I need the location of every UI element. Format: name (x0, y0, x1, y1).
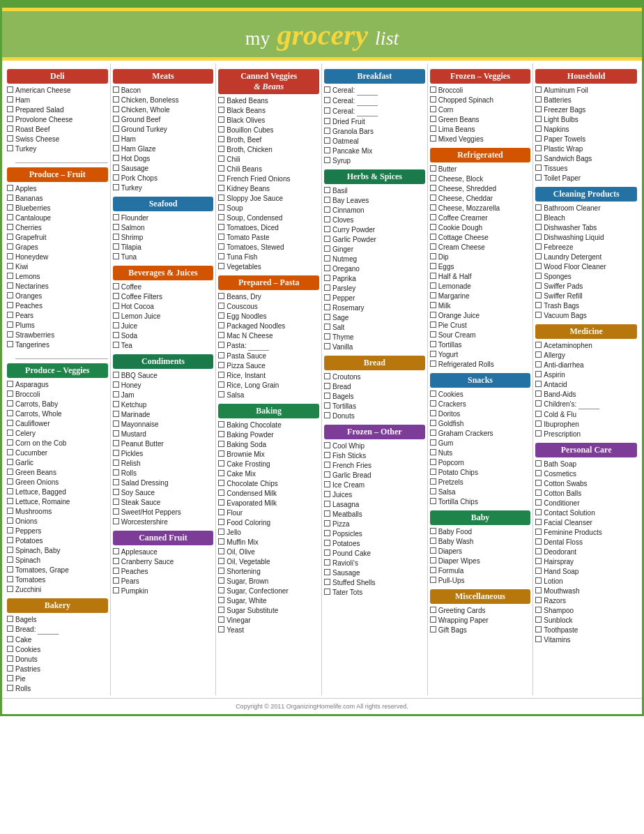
checkbox[interactable] (113, 86, 119, 93)
list-item[interactable]: Zucchini (7, 585, 108, 594)
checkbox[interactable] (113, 106, 119, 112)
checkbox[interactable] (324, 579, 330, 585)
list-item[interactable]: Jello (218, 528, 319, 537)
list-item[interactable]: Green Beans (7, 468, 108, 477)
checkbox[interactable] (535, 214, 542, 220)
list-item[interactable]: Pickles (113, 449, 214, 458)
checkbox[interactable] (535, 420, 542, 427)
list-item[interactable]: Half & Half (430, 272, 531, 281)
list-item[interactable]: Popcorn (430, 458, 531, 467)
checkbox[interactable] (113, 283, 119, 289)
list-item[interactable]: Cheese, Mozzarella (430, 204, 531, 213)
checkbox[interactable] (113, 165, 119, 171)
list-item[interactable]: Sweet/Hot Peppers (113, 508, 214, 517)
checkbox[interactable] (218, 332, 224, 338)
checkbox[interactable] (430, 273, 436, 279)
checkbox[interactable] (430, 96, 436, 103)
list-item[interactable]: Flounder (113, 213, 214, 222)
list-item[interactable]: Wrapping Paper (430, 616, 531, 625)
list-item[interactable]: Salt (324, 323, 425, 332)
list-item[interactable]: Shrimp (113, 233, 214, 242)
list-item[interactable]: American Cheese (7, 86, 108, 95)
list-item[interactable]: Nutmeg (324, 255, 425, 264)
list-item[interactable]: Refrigerated Rolls (430, 360, 531, 369)
list-item[interactable]: Granola Bars (324, 127, 425, 136)
checkbox[interactable] (7, 675, 13, 681)
list-item[interactable]: Doritos (430, 409, 531, 418)
list-item[interactable]: Diapers (430, 547, 531, 556)
list-item[interactable]: Sage (324, 313, 425, 322)
list-item[interactable]: Oil, Olive (218, 547, 319, 556)
checkbox[interactable] (218, 293, 224, 299)
checkbox[interactable] (218, 529, 224, 535)
list-item[interactable]: Peaches (113, 567, 214, 576)
checkbox[interactable] (324, 265, 330, 271)
checkbox[interactable] (535, 253, 542, 259)
checkbox[interactable] (218, 224, 224, 230)
list-item[interactable]: Tomatoes, Stewed (218, 243, 319, 252)
checkbox[interactable] (535, 302, 542, 308)
checkbox[interactable] (324, 471, 330, 478)
checkbox[interactable] (218, 214, 224, 220)
checkbox[interactable] (535, 273, 542, 279)
list-item[interactable]: Popsicles (324, 529, 425, 538)
list-item[interactable]: Cream Cheese (430, 243, 531, 252)
checkbox[interactable] (7, 185, 13, 191)
list-item[interactable]: Yeast (218, 626, 319, 635)
list-item[interactable]: Swiffer Pads (535, 282, 637, 291)
checkbox[interactable] (113, 155, 119, 161)
checkbox[interactable] (430, 577, 436, 583)
checkbox[interactable] (7, 234, 13, 240)
checkbox[interactable] (535, 243, 542, 250)
checkbox[interactable] (430, 498, 436, 504)
list-item[interactable]: Cookies (7, 645, 108, 654)
checkbox[interactable] (218, 548, 224, 554)
list-item[interactable]: Eggs (430, 262, 531, 271)
checkbox[interactable] (7, 312, 13, 318)
list-item[interactable]: Turkey (7, 144, 108, 153)
checkbox[interactable] (113, 312, 119, 319)
checkbox[interactable] (218, 342, 224, 348)
list-item[interactable]: Facial Cleanser (535, 518, 637, 527)
checkbox[interactable] (7, 547, 13, 553)
checkbox[interactable] (7, 126, 13, 132)
list-item[interactable]: Greeting Cards (430, 606, 531, 615)
checkbox[interactable] (113, 420, 119, 427)
list-item[interactable]: Pepper (324, 294, 425, 303)
list-item[interactable]: Cheese, Shredded (430, 184, 531, 193)
checkbox[interactable] (324, 147, 330, 153)
list-item[interactable]: Potatoes (324, 539, 425, 548)
list-item[interactable]: Cake Frosting (218, 460, 319, 469)
list-item[interactable]: Formula (430, 566, 531, 575)
checkbox[interactable] (7, 430, 13, 436)
list-item[interactable]: Tomatoes, Diced (218, 223, 319, 232)
list-item[interactable]: Hairspray (535, 557, 637, 566)
list-item[interactable]: Light Bulbs (535, 115, 637, 124)
checkbox[interactable] (218, 460, 224, 467)
checkbox[interactable] (324, 462, 330, 468)
checkbox[interactable] (113, 577, 119, 584)
list-item[interactable]: Cottage Cheese (430, 233, 531, 242)
list-item[interactable]: Applesauce (113, 547, 214, 556)
list-item[interactable]: Cookie Dough (430, 223, 531, 232)
list-item[interactable]: Basil (324, 186, 425, 195)
checkbox[interactable] (7, 243, 13, 250)
checkbox[interactable] (430, 607, 436, 613)
checkbox[interactable] (7, 145, 13, 151)
checkbox[interactable] (535, 480, 542, 486)
checkbox[interactable] (7, 195, 13, 201)
list-item[interactable]: Garlic Powder (324, 235, 425, 244)
checkbox[interactable] (430, 341, 436, 347)
checkbox[interactable] (7, 488, 13, 494)
checkbox[interactable] (218, 312, 224, 319)
checkbox[interactable] (430, 391, 436, 397)
checkbox[interactable] (324, 520, 330, 526)
list-item[interactable]: Graham Crackers (430, 429, 531, 438)
list-item[interactable]: Bananas (7, 194, 108, 203)
list-item[interactable]: Garlic Bread (324, 471, 425, 480)
list-item[interactable]: Sausage (324, 568, 425, 577)
list-item[interactable]: Baby Food (430, 527, 531, 536)
list-item[interactable]: Packaged Noodles (218, 321, 319, 331)
list-item[interactable]: Syrup (324, 156, 425, 165)
list-item[interactable]: Rolls (7, 684, 108, 693)
